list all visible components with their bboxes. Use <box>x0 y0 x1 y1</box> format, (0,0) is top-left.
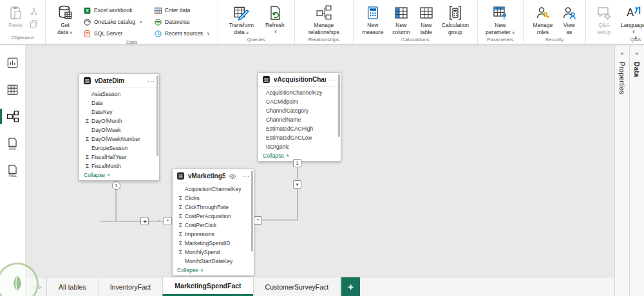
calculation-group-button[interactable]: Calculation group <box>439 3 472 37</box>
manage-relationships-button[interactable]: Manage relationships <box>300 3 348 37</box>
field-label: IsOrganic <box>266 143 289 150</box>
tmdl-view-button[interactable]: TMDL <box>0 162 26 179</box>
new-measure-button[interactable]: New measure <box>359 3 387 37</box>
language-icon: A <box>625 4 641 22</box>
field-row[interactable]: EuropeSeason <box>79 143 159 153</box>
field-row[interactable]: ChannelName <box>258 115 341 124</box>
table-card-vmarketingspendfact[interactable]: vMarketingSpendF... ··· AcquisitionChann… <box>172 169 254 276</box>
field-row[interactable]: ΣDayOfMonth <box>79 116 159 125</box>
table-card-vdatedim[interactable]: vDateDim ··· AsiaSeasonDateDateKeyΣDayOf… <box>79 73 160 181</box>
layout-tab-inventoryfact[interactable]: InventoryFact <box>98 277 164 296</box>
copy-button[interactable] <box>27 18 40 30</box>
field-row[interactable]: MonthStartDateKey <box>173 257 254 266</box>
sigma-icon: Σ <box>176 195 185 201</box>
field-row[interactable]: ΣClickThroughRate <box>173 203 254 212</box>
data-panel-collapsed[interactable]: « Data <box>629 45 644 296</box>
field-row[interactable]: ΣDayOfWeekNumber <box>79 134 159 143</box>
paste-button[interactable]: Paste <box>5 3 26 30</box>
dataverse-button[interactable]: Dataverse <box>151 16 213 28</box>
collapse-link[interactable]: Collapse∧ <box>79 171 159 180</box>
field-row[interactable]: DateKey <box>79 107 159 116</box>
new-column-button[interactable]: New column <box>388 3 414 37</box>
new-table-button[interactable]: New table <box>415 3 437 37</box>
crossfilter-down-arrow-badge[interactable]: ▾ <box>293 180 301 189</box>
table-more-menu[interactable]: ··· <box>147 78 155 84</box>
layout-tab-all-tables[interactable]: All tables <box>46 277 99 296</box>
manage-roles-button[interactable]: Manage roles <box>529 3 557 37</box>
cardinality-one-badge[interactable]: 1 <box>112 181 120 190</box>
field-row[interactable]: DayOfWeek <box>79 125 159 134</box>
view-as-button[interactable]: View as <box>558 3 580 37</box>
field-label: DayOfWeekNumber <box>91 136 140 142</box>
field-row[interactable]: ΣMonthlySpend <box>173 248 254 257</box>
field-row[interactable]: CACMidpoint <box>258 97 341 106</box>
get-data-button[interactable]: Get data∨ <box>51 3 79 37</box>
excel-workbook-button[interactable]: X Excel workbook <box>80 5 145 16</box>
field-row[interactable]: ΣFiscalMonth <box>79 162 159 171</box>
transform-data-label: Transform data∨ <box>226 22 257 35</box>
table-view-button[interactable] <box>0 81 26 98</box>
field-label: DayOfMonth <box>91 118 122 124</box>
model-view-button[interactable] <box>0 108 26 125</box>
cardinality-one-badge[interactable]: 1 <box>293 159 301 167</box>
card-scrollbar[interactable] <box>251 171 253 252</box>
field-row[interactable]: AcquisitionChannelKey <box>258 88 341 97</box>
field-row[interactable]: AsiaSeason <box>79 89 159 98</box>
new-layout-button[interactable]: + <box>341 277 360 296</box>
field-label: AcquisitionChannelKey <box>266 89 322 96</box>
refresh-button[interactable]: Refresh∨ <box>261 3 289 35</box>
field-row[interactable]: ChannelCategory <box>258 106 341 115</box>
onelake-catalog-button[interactable]: OneLake catalog ∨ <box>80 16 145 28</box>
qa-setup-button[interactable]: Q&A setup <box>591 3 617 37</box>
properties-panel-collapsed[interactable]: « Properties <box>614 45 629 296</box>
transform-data-button[interactable]: Transform data∨ <box>223 3 260 37</box>
table-card-vacquisitionchanneldim[interactable]: vAcquisitionChannelDim ··· AcquisitionCh… <box>258 72 341 162</box>
tab-scroll-right-icon[interactable]: ▹ <box>39 284 43 290</box>
field-label: CACMidpoint <box>266 98 298 105</box>
enter-data-button[interactable]: Enter data <box>151 5 213 16</box>
chevron-down-icon: ∨ <box>207 31 210 36</box>
field-row[interactable]: ΣImpressions <box>173 230 254 239</box>
field-row[interactable]: IsOrganic <box>258 142 341 151</box>
dax-query-view-button[interactable]: DAX <box>0 135 26 152</box>
expand-panel-chevron-icon[interactable]: « <box>620 50 623 57</box>
field-row[interactable]: EstimatedCACLow <box>258 133 341 142</box>
dataverse-label: Dataverse <box>165 19 190 25</box>
crossfilter-both-arrow-badge[interactable]: ◂▸ <box>140 217 149 225</box>
chevron-down-icon: ∨ <box>70 30 73 35</box>
chevron-down-icon: ∨ <box>246 30 249 35</box>
language-button[interactable]: A Language∨ <box>618 3 644 35</box>
field-row[interactable]: EstimatedCACHigh <box>258 124 341 133</box>
layout-tab-customersurveyfact[interactable]: CustomerSurveyFact <box>253 277 341 296</box>
card-scrollbar[interactable] <box>156 75 158 156</box>
cardinality-many-badge[interactable]: * <box>254 216 262 225</box>
field-row[interactable]: ΣCostPerAcquisition <box>173 212 254 221</box>
recent-sources-button[interactable]: Recent sources ∨ <box>151 28 213 39</box>
report-view-button[interactable] <box>0 54 26 71</box>
field-row[interactable]: ΣMarketingSpendID <box>173 239 254 248</box>
field-row[interactable]: ΣFiscalHalfYear <box>79 153 159 162</box>
tab-scroll-left-icon[interactable]: ◃ <box>32 284 35 290</box>
new-parameter-button[interactable]: ? New parameter∨ <box>483 3 518 37</box>
new-table-label: New table <box>418 22 435 35</box>
table-more-menu[interactable]: ··· <box>329 77 337 83</box>
enter-data-icon <box>154 6 162 15</box>
field-label: ClickThroughRate <box>185 204 229 210</box>
collapse-link[interactable]: Collapse∧ <box>173 266 254 275</box>
excel-workbook-label: Excel workbook <box>94 7 133 14</box>
table-more-menu[interactable]: ··· <box>242 173 250 180</box>
cardinality-many-badge[interactable]: * <box>164 217 172 225</box>
collapse-ribbon-chevron-icon[interactable]: ∧ <box>634 35 638 41</box>
field-label: EstimatedCACHigh <box>266 125 313 132</box>
expand-panel-chevron-icon[interactable]: « <box>635 50 638 57</box>
field-row[interactable]: Date <box>79 98 159 107</box>
model-diagram-canvas[interactable]: 1 ◂▸ › * 1 ▾ * vDateDim ··· AsiaSeasonDa… <box>26 45 614 277</box>
layout-tab-marketingspendfact[interactable]: MarketingSpendFact <box>162 277 253 296</box>
eye-visibility-icon[interactable] <box>229 172 236 180</box>
field-row[interactable]: ΣCostPerClick <box>173 221 254 230</box>
sql-server-button[interactable]: SQL Server <box>80 28 145 39</box>
card-scrollbar[interactable] <box>338 74 340 137</box>
field-row[interactable]: AcquisitionChannelKey <box>173 185 254 194</box>
field-row[interactable]: ΣClicks <box>173 194 254 203</box>
cut-button[interactable] <box>27 5 40 17</box>
